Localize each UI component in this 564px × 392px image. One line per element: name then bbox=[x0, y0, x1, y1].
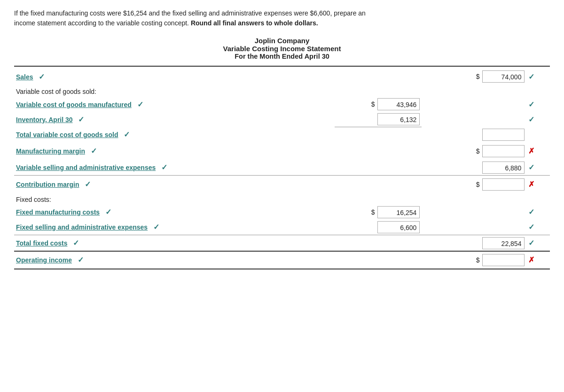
fixed-mfg-value[interactable]: 16,254 bbox=[377, 206, 420, 218]
vcogs-mfg-row: Variable cost of goods manufactured ✓ $ … bbox=[14, 97, 550, 112]
mfg-margin-cross-icon: ✗ bbox=[528, 147, 534, 155]
operating-dollar-sign: $ bbox=[476, 256, 480, 264]
inventory-right-check-icon: ✓ bbox=[528, 115, 534, 123]
statement-period: For the Month Ended April 30 bbox=[14, 53, 550, 60]
vsga-right-check-icon: ✓ bbox=[528, 163, 534, 171]
operating-row: Operating income ✓ $ ✗ bbox=[14, 251, 550, 269]
fixed-mfg-row: Fixed manufacturing costs ✓ $ 16,254 ✓ bbox=[14, 205, 550, 220]
fixed-header-label: Fixed costs: bbox=[16, 196, 51, 203]
mfg-margin-dollar-sign: $ bbox=[476, 147, 480, 155]
contribution-label: Contribution margin bbox=[16, 181, 79, 188]
fixed-mfg-dollar-sign: $ bbox=[371, 208, 375, 216]
company-name: Joplin Company bbox=[14, 37, 550, 45]
vsga-check-icon: ✓ bbox=[161, 163, 167, 171]
fixed-header-row: Fixed costs: bbox=[14, 192, 550, 205]
vcogs-mfg-label: Variable cost of goods manufactured bbox=[16, 101, 132, 108]
statement-title: Variable Costing Income Statement bbox=[14, 45, 550, 53]
operating-label: Operating income bbox=[16, 256, 72, 264]
operating-check-icon: ✓ bbox=[78, 256, 84, 264]
fixed-sga-value[interactable]: 6,600 bbox=[377, 221, 420, 233]
operating-input[interactable] bbox=[482, 254, 525, 266]
total-vcogs-input[interactable] bbox=[482, 129, 525, 141]
fixed-mfg-check-icon: ✓ bbox=[105, 208, 111, 216]
mfg-margin-input[interactable] bbox=[482, 145, 525, 157]
inventory-value[interactable]: 6,132 bbox=[377, 113, 420, 125]
mfg-margin-row: Manufacturing margin ✓ $ ✗ bbox=[14, 142, 550, 159]
vsga-row: Variable selling and administrative expe… bbox=[14, 159, 550, 176]
fixed-sga-right-check-icon: ✓ bbox=[528, 223, 534, 231]
fixed-mfg-right-check-icon: ✓ bbox=[528, 208, 534, 216]
sales-row: Sales ✓ $ 74,000 ✓ bbox=[14, 66, 550, 84]
vcogs-mfg-check-icon: ✓ bbox=[137, 100, 143, 108]
total-fixed-right-check-icon: ✓ bbox=[528, 239, 534, 247]
vcogs-header-row: Variable cost of goods sold: bbox=[14, 84, 550, 97]
fixed-sga-label: Fixed selling and administrative expense… bbox=[16, 223, 148, 231]
mfg-margin-check-icon: ✓ bbox=[91, 147, 97, 155]
vsga-label: Variable selling and administrative expe… bbox=[16, 164, 156, 171]
contribution-row: Contribution margin ✓ $ ✗ bbox=[14, 175, 550, 192]
total-vcogs-label: Total variable cost of goods sold bbox=[16, 131, 118, 138]
fixed-sga-row: Fixed selling and administrative expense… bbox=[14, 220, 550, 235]
contribution-check-icon: ✓ bbox=[85, 180, 91, 188]
contribution-cross-icon: ✗ bbox=[528, 180, 534, 188]
total-vcogs-row: Total variable cost of goods sold ✓ bbox=[14, 127, 550, 142]
inventory-row: Inventory, April 30 ✓ 6,132 ✓ bbox=[14, 112, 550, 127]
fixed-mfg-label: Fixed manufacturing costs bbox=[16, 208, 100, 216]
total-fixed-check-icon: ✓ bbox=[73, 239, 79, 247]
total-fixed-label: Total fixed costs bbox=[16, 239, 67, 247]
inventory-check-icon: ✓ bbox=[78, 115, 84, 123]
vcogs-mfg-right-check-icon: ✓ bbox=[528, 100, 534, 108]
sales-value[interactable]: 74,000 bbox=[482, 70, 525, 83]
contribution-dollar-sign: $ bbox=[476, 181, 480, 188]
total-fixed-row: Total fixed costs ✓ 22,854 ✓ bbox=[14, 235, 550, 251]
mfg-margin-label: Manufacturing margin bbox=[16, 147, 85, 155]
vcogs-header-label: Variable cost of goods sold: bbox=[16, 88, 96, 95]
sales-right-check-icon: ✓ bbox=[528, 73, 534, 81]
vcogs-mfg-value[interactable]: 43,946 bbox=[377, 98, 420, 110]
contribution-input[interactable] bbox=[482, 178, 525, 191]
vcogs-mfg-dollar-sign: $ bbox=[371, 100, 375, 108]
inventory-label: Inventory, April 30 bbox=[16, 116, 73, 123]
sales-check-icon: ✓ bbox=[39, 73, 45, 81]
total-fixed-value[interactable]: 22,854 bbox=[482, 237, 525, 249]
vsga-value[interactable]: 6,880 bbox=[482, 161, 525, 174]
intro-text: If the fixed manufacturing costs were $1… bbox=[14, 8, 550, 28]
operating-cross-icon: ✗ bbox=[528, 256, 534, 264]
statement-header: Joplin Company Variable Costing Income S… bbox=[14, 37, 550, 60]
sales-dollar-sign: $ bbox=[476, 73, 480, 80]
fixed-sga-check-icon: ✓ bbox=[153, 223, 159, 231]
total-vcogs-check-icon: ✓ bbox=[124, 131, 130, 138]
sales-label: Sales bbox=[16, 73, 33, 81]
